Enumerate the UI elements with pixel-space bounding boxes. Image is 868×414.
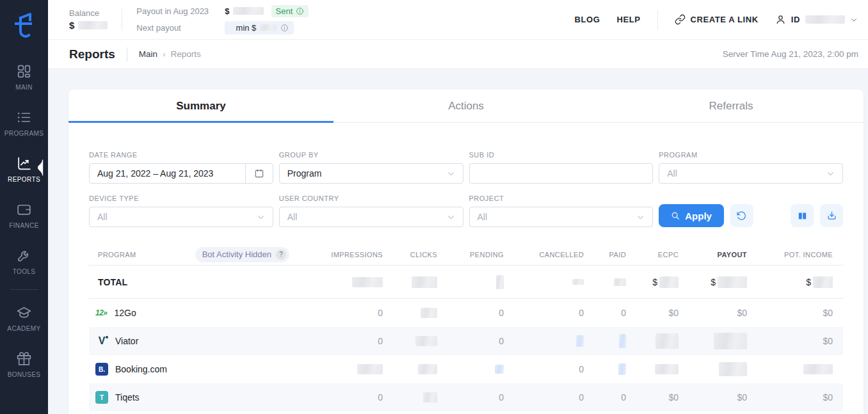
person-icon [775, 14, 786, 25]
column-header-cancelled[interactable]: CANCELLED [504, 251, 584, 259]
server-time: Server Time Aug 21, 2023, 2:00 pm [723, 49, 858, 59]
chart-icon [16, 155, 32, 171]
cell-paid [584, 278, 626, 286]
active-item-notch [32, 160, 48, 176]
next-payout-value-redacted [260, 24, 277, 31]
cell-pending: 0 [437, 308, 504, 318]
column-header-program[interactable]: PROGRAMBot Activity Hidden? [89, 247, 312, 262]
cell-value: $0 [668, 392, 679, 402]
apply-button-label: Apply [685, 211, 712, 221]
info-icon[interactable] [296, 7, 304, 15]
sub-id-field: SUB ID [469, 151, 654, 184]
program-name: Tiqets [115, 392, 140, 402]
cell-pending [437, 365, 504, 374]
redacted-value [718, 276, 747, 288]
column-header-clicks[interactable]: CLICKS [383, 251, 437, 259]
apply-button[interactable]: Apply [659, 204, 724, 227]
help-link[interactable]: HELP [616, 15, 640, 24]
calendar-button[interactable] [245, 164, 273, 183]
user-menu[interactable]: ID [775, 14, 858, 25]
sidebar-item-bonuses[interactable]: BONUSES [0, 341, 48, 387]
redacted-value [421, 308, 437, 318]
user-id-label: ID [791, 15, 800, 24]
redacted-value [655, 364, 679, 374]
sent-badge-label: Sent [276, 6, 293, 16]
date-range-input[interactable]: Aug 21, 2022 – Aug 21, 2023 [89, 163, 273, 184]
info-icon[interactable] [280, 24, 289, 32]
column-header-pot-income[interactable]: POT. INCOME [747, 251, 843, 259]
sidebar-item-label: REPORTS [8, 176, 40, 183]
reset-filters-button[interactable] [730, 204, 753, 227]
user-country-select[interactable]: All [279, 207, 463, 227]
sidebar-item-main[interactable]: MAIN [0, 54, 48, 100]
topbar-divider [657, 10, 658, 29]
summary-table: PROGRAMBot Activity Hidden?IMPRESSIONSCL… [68, 244, 864, 411]
program-column-label: PROGRAM [98, 251, 136, 259]
redacted-value [659, 276, 679, 288]
filter-actions: Apply [659, 204, 843, 227]
sidebar-nav: MAIN PROGRAMS REPORTS [0, 54, 48, 387]
travelpayouts-logo[interactable] [8, 6, 41, 44]
tab-actions[interactable]: Actions [334, 90, 599, 122]
sidebar-item-tools[interactable]: TOOLS [0, 238, 48, 284]
next-payout-pill: min $ [225, 21, 294, 35]
redacted-value [423, 392, 437, 402]
program-label: PROGRAM [659, 151, 843, 159]
program-logo-12go: 12» [95, 308, 108, 317]
column-header-ecpc[interactable]: ECPC [626, 251, 679, 259]
sidebar-item-programs[interactable]: PROGRAMS [0, 100, 48, 146]
cell-cancelled: 0 [504, 364, 584, 374]
bot-activity-label: Bot Activity Hidden [202, 250, 271, 259]
cell-pot-income: $ [747, 276, 843, 288]
sidebar: MAIN PROGRAMS REPORTS [0, 0, 48, 414]
column-header-pending[interactable]: PENDING [437, 251, 504, 259]
app-window: MAIN PROGRAMS REPORTS [0, 0, 868, 414]
cell-ecpc: $ [626, 276, 679, 288]
blog-link[interactable]: BLOG [575, 15, 600, 24]
cell-pot-income [747, 364, 843, 374]
column-header-paid[interactable]: PAID [584, 251, 626, 259]
bot-activity-help-icon[interactable]: ? [276, 250, 286, 260]
column-header-impressions[interactable]: IMPRESSIONS [312, 251, 383, 259]
total-label: TOTAL [89, 277, 312, 287]
cell-pending: 0 [437, 392, 504, 402]
breadcrumb: Main › Reports [139, 49, 201, 59]
bot-activity-pill: Bot Activity Hidden? [195, 247, 289, 262]
topbar-right: BLOG HELP CREATE A LINK ID [575, 10, 858, 29]
table-row: 12»12Go0000$0$0$0 [89, 299, 843, 327]
cell-paid: 0 [584, 308, 626, 318]
cell-value: $0 [737, 308, 747, 318]
cell-pot-income: $0 [747, 336, 843, 346]
column-header-payout[interactable]: PAYOUT [679, 251, 747, 259]
sub-id-input[interactable] [478, 168, 645, 179]
sidebar-item-reports[interactable]: REPORTS [0, 146, 48, 192]
graduation-cap-icon [16, 305, 32, 321]
report-tabs: Summary Actions Referrals [68, 90, 864, 123]
user-country-field: USER COUNTRY All [279, 195, 463, 227]
project-select[interactable]: All [469, 207, 654, 227]
tab-referrals[interactable]: Referrals [599, 90, 864, 122]
sidebar-item-finance[interactable]: FINANCE [0, 192, 48, 238]
table-total-row: TOTAL$$$ [89, 266, 843, 299]
cell-value: 0 [378, 308, 383, 318]
breadcrumb-main[interactable]: Main [139, 49, 157, 59]
sidebar-item-academy[interactable]: ACADEMY [0, 295, 48, 341]
program-logo-viator: V [95, 335, 108, 347]
program-name: 12Go [115, 308, 136, 318]
balance-block: Balance $ [69, 8, 108, 31]
program-select[interactable]: All [659, 163, 843, 184]
cell-value: 0 [378, 336, 383, 346]
columns-button[interactable] [791, 204, 814, 227]
cell-payout: $0 [679, 392, 747, 402]
page-header: Reports Main › Reports Server Time Aug 2… [48, 40, 868, 69]
group-by-select[interactable]: Program [279, 163, 463, 184]
device-type-select[interactable]: All [89, 207, 273, 227]
create-a-link-button[interactable]: CREATE A LINK [675, 14, 759, 25]
download-button[interactable] [820, 204, 843, 227]
topbar-divider [122, 9, 122, 31]
project-label: PROJECT [469, 195, 654, 202]
tab-summary[interactable]: Summary [68, 90, 334, 122]
chevron-down-icon [636, 213, 645, 221]
payout-currency: $ [225, 6, 229, 16]
cell-paid: 0 [584, 392, 626, 402]
